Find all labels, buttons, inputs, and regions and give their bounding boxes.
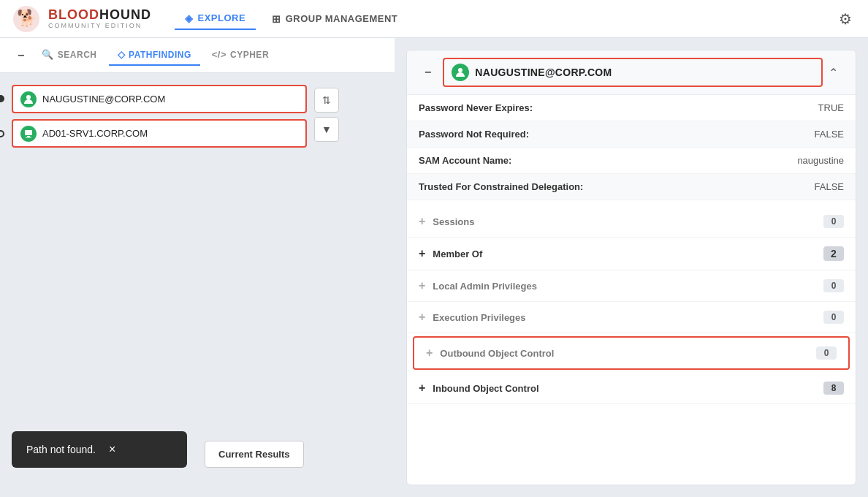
left-content: ⇅ ▼ (0, 73, 395, 159)
outbound-count: 0 (816, 346, 837, 360)
member-of-count: 2 (823, 246, 844, 261)
toast-message: Path not found. (26, 444, 96, 455)
filter-button[interactable]: ▼ (314, 117, 339, 142)
sessions-expand-icon: + (419, 215, 425, 228)
right-panel-inner: − NAUGUSTINE@CORP.COM ⌃ Password Never E… (406, 50, 856, 485)
properties-table: Password Never Expires: TRUE Password No… (407, 95, 856, 200)
action-buttons: ⇅ ▼ (314, 85, 339, 142)
nav-group-management[interactable]: ⊞ GROUP MANAGEMENT (262, 9, 408, 29)
main-layout: − 🔍 SEARCH ◇ PATHFINDING </> CYPHER (0, 38, 868, 497)
pathfinding-tab-icon: ◇ (118, 49, 126, 60)
inbound-count: 8 (823, 382, 844, 395)
member-of-expand-icon: + (419, 247, 425, 260)
app-title: BLOODHOUND (48, 8, 151, 21)
outbound-label: Outbound Object Control (440, 348, 554, 359)
swap-button[interactable]: ⇅ (314, 88, 339, 113)
target-input[interactable] (13, 121, 305, 146)
right-minimize-button[interactable]: − (419, 63, 437, 82)
member-of-label: Member Of (433, 248, 482, 259)
svg-rect-5 (26, 137, 31, 137)
logo-area: 🐕 BLOODHOUND COMMUNITY EDITION (12, 4, 151, 34)
section-execution-privileges[interactable]: + Execution Privileges 0 (407, 302, 856, 333)
right-panel-header: − NAUGUSTINE@CORP.COM ⌃ (407, 50, 856, 95)
prop-row-password-not-required: Password Not Required: FALSE (407, 121, 856, 148)
tab-pathfinding[interactable]: ◇ PATHFINDING (109, 45, 200, 66)
right-panel-title: NAUGUSTINE@CORP.COM (475, 67, 612, 78)
current-results-button[interactable]: Current Results (205, 441, 304, 468)
svg-rect-3 (25, 130, 32, 135)
local-admin-count: 0 (823, 279, 844, 292)
sessions-count: 0 (823, 215, 844, 228)
source-field-wrapper (12, 85, 307, 113)
inbound-expand-icon: + (419, 382, 425, 395)
local-admin-expand-icon: + (419, 279, 425, 292)
svg-rect-4 (27, 136, 30, 137)
right-panel-user-icon (452, 64, 469, 81)
sessions-label: Sessions (433, 216, 474, 227)
nav-items: ◈ EXPLORE ⊞ GROUP MANAGEMENT (175, 8, 834, 30)
target-dot-indicator (0, 130, 4, 137)
section-member-of[interactable]: + Member Of 2 (407, 238, 856, 270)
local-admin-label: Local Admin Privileges (433, 281, 537, 292)
inbound-label: Inbound Object Control (433, 383, 538, 394)
tab-cypher[interactable]: </> CYPHER (203, 45, 278, 66)
fields-with-dots (12, 85, 307, 148)
target-computer-icon (20, 126, 37, 142)
section-sessions[interactable]: + Sessions 0 (407, 206, 856, 238)
target-field-wrapper (12, 119, 307, 148)
tab-search[interactable]: 🔍 SEARCH (33, 45, 105, 66)
right-panel: − NAUGUSTINE@CORP.COM ⌃ Password Never E… (395, 38, 868, 497)
prop-row-sam-account-name: SAM Account Name: naugustine (407, 148, 856, 174)
exec-priv-label: Execution Privileges (433, 312, 525, 323)
group-icon: ⊞ (272, 13, 281, 25)
toast-close-button[interactable]: × (107, 441, 117, 458)
outbound-expand-icon: + (426, 346, 433, 360)
nav-explore[interactable]: ◈ EXPLORE (175, 8, 256, 30)
search-tab-icon: 🔍 (42, 49, 54, 60)
source-dot-indicator (0, 95, 4, 102)
svg-point-2 (26, 95, 31, 99)
left-panel-header: − 🔍 SEARCH ◇ PATHFINDING </> CYPHER (0, 38, 395, 73)
left-minimize-button[interactable]: − (12, 46, 30, 65)
exec-priv-count: 0 (823, 311, 844, 324)
prop-row-password-never-expires: Password Never Expires: TRUE (407, 95, 856, 121)
pathfinding-inputs-area: ⇅ ▼ (12, 85, 383, 148)
settings-button[interactable]: ⚙ (834, 6, 856, 32)
right-collapse-button[interactable]: ⌃ (823, 63, 844, 83)
left-panel: − 🔍 SEARCH ◇ PATHFINDING </> CYPHER (0, 38, 395, 497)
spacer1 (407, 200, 856, 206)
right-title-area: NAUGUSTINE@CORP.COM (443, 58, 823, 87)
source-user-icon (20, 91, 37, 107)
svg-point-6 (458, 68, 462, 72)
path-not-found-toast: Path not found. × (12, 431, 187, 468)
section-outbound-object-control[interactable]: + Outbound Object Control 0 (413, 336, 850, 370)
app-subtitle: COMMUNITY EDITION (48, 23, 151, 29)
source-input[interactable] (13, 86, 305, 112)
svg-text:🐕: 🐕 (17, 8, 37, 28)
section-inbound-object-control[interactable]: + Inbound Object Control 8 (407, 373, 856, 404)
logo-icon: 🐕 (12, 4, 41, 34)
prop-row-trusted-delegation: Trusted For Constrained Delegation: FALS… (407, 174, 856, 200)
section-local-admin[interactable]: + Local Admin Privileges 0 (407, 270, 856, 302)
top-navigation: 🐕 BLOODHOUND COMMUNITY EDITION ◈ EXPLORE… (0, 0, 868, 38)
exec-priv-expand-icon: + (419, 311, 425, 324)
logo-text: BLOODHOUND COMMUNITY EDITION (48, 8, 151, 29)
explore-icon: ◈ (185, 12, 194, 24)
cypher-tab-icon: </> (212, 49, 226, 60)
